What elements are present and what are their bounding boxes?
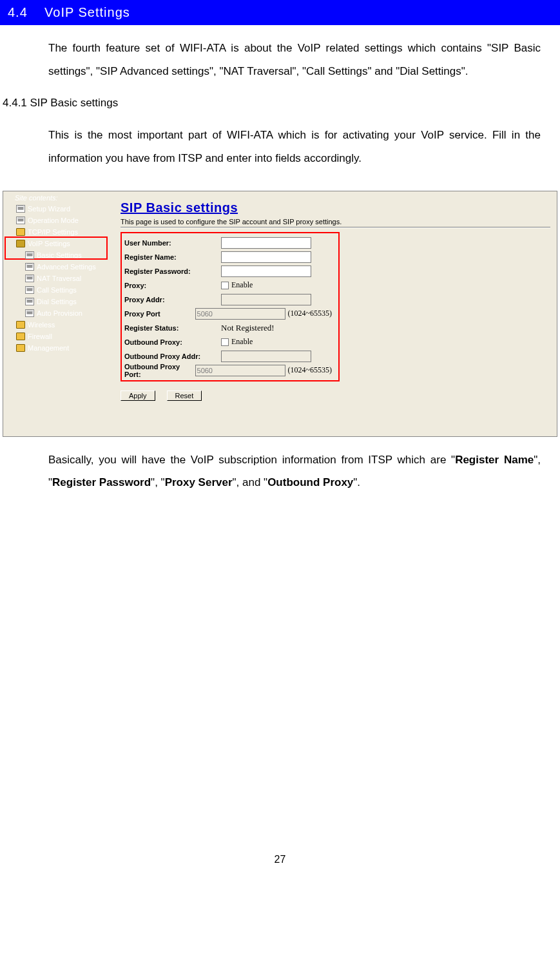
tree-item-label: NAT Traversal — [37, 273, 81, 284]
tree-item[interactable]: Advanced Settings — [25, 261, 111, 273]
paragraph-1: The fourth feature set of WIFI-ATA is ab… — [0, 25, 560, 94]
folder-icon — [16, 333, 25, 340]
form-row: Outbound Proxy:Enable — [124, 335, 332, 349]
folder-icon — [16, 240, 25, 247]
text-input[interactable] — [221, 265, 311, 277]
folder-icon — [16, 321, 25, 329]
button-row: Apply Reset — [121, 391, 550, 401]
tree-item-label: Wireless — [28, 319, 55, 331]
checkbox[interactable] — [221, 282, 229, 289]
sip-desc: This page is used to configure the SIP a… — [121, 218, 550, 226]
tree-item-label: Setup Wizard — [28, 203, 70, 215]
paragraph-2: This is the most important part of WIFI-… — [0, 112, 560, 181]
tree-item[interactable]: Basic Settings — [25, 249, 111, 261]
tree-item[interactable]: Call Settings — [25, 284, 111, 296]
nav-tree: Site contents: Setup WizardOperation Mod… — [3, 191, 111, 436]
form-row: Proxy:Enable — [124, 278, 332, 293]
folder-icon — [16, 344, 25, 352]
bold-outbound-proxy: Outbound Proxy — [267, 476, 353, 488]
range-text: (1024~65535) — [288, 309, 332, 318]
form-label: Proxy Port — [124, 310, 195, 318]
form-row: User Number: — [124, 236, 332, 250]
tree-item-label: TCP/IP Settings — [28, 226, 78, 238]
form-row: Register Password: — [124, 264, 332, 278]
bold-register-password: Register Password — [52, 476, 151, 488]
status-text: Not Registered! — [221, 323, 275, 333]
text-input — [221, 294, 311, 305]
form-label: User Number: — [124, 239, 221, 247]
section-number: 4.4 — [8, 5, 28, 19]
form-row: Register Name: — [124, 250, 332, 264]
subsection-heading: 4.4.1 SIP Basic settings — [0, 94, 560, 112]
text-input[interactable] — [221, 237, 311, 249]
tree-item-label: VoIP Settings — [28, 238, 70, 249]
bold-register-name: Register Name — [455, 454, 534, 466]
tree-item-label: Operation Mode — [28, 215, 79, 226]
divider — [121, 227, 550, 228]
tree-item-label: Firewall — [28, 331, 52, 342]
tree-item[interactable]: Auto Provision — [25, 307, 111, 319]
page-icon — [25, 275, 34, 282]
form-label: Register Password: — [124, 267, 221, 275]
tree-item[interactable]: Dial Settings — [25, 296, 111, 307]
p3-pre: Basically, you will have the VoIP subscr… — [48, 454, 455, 466]
page-number: 27 — [0, 506, 560, 877]
tree-item-label: Management — [28, 342, 69, 354]
reset-button[interactable]: Reset — [167, 391, 202, 401]
tree-item-label: Call Settings — [37, 284, 77, 296]
form-row: Outbound Proxy Port:(1024~65535) — [124, 363, 332, 378]
form-row: Outbound Proxy Addr: — [124, 349, 332, 363]
paragraph-3: Basically, you will have the VoIP subscr… — [0, 437, 560, 506]
page-icon — [16, 217, 25, 224]
form-label: Proxy: — [124, 282, 221, 289]
folder-icon — [16, 228, 25, 236]
tree-title: Site contents: — [7, 194, 111, 202]
page-icon — [25, 286, 34, 294]
form-label: Outbound Proxy Addr: — [124, 352, 221, 360]
form-row: Proxy Addr: — [124, 293, 332, 307]
tree-item[interactable]: Management — [16, 342, 111, 354]
tree-item-label: Dial Settings — [37, 296, 77, 307]
text-input — [195, 365, 285, 376]
sip-title: SIP Basic settings — [121, 200, 550, 215]
form-label: Proxy Addr: — [124, 296, 221, 304]
p3-post: ". — [353, 476, 360, 488]
checkbox-label: Enable — [231, 280, 253, 290]
page-icon — [16, 205, 25, 213]
text-input[interactable] — [221, 251, 311, 263]
form-row: Register Status:Not Registered! — [124, 321, 332, 335]
config-screenshot: Site contents: Setup WizardOperation Mod… — [3, 191, 557, 437]
tree-item[interactable]: Operation Mode — [16, 215, 111, 226]
tree-item[interactable]: Wireless — [16, 319, 111, 331]
tree-item-label: Basic Settings — [37, 249, 82, 261]
text-input — [221, 351, 311, 362]
p3-mid3: ", and " — [233, 476, 268, 488]
page-icon — [25, 263, 34, 271]
tree-item-label: Advanced Settings — [37, 261, 96, 273]
tree-item[interactable]: NAT Traversal — [25, 273, 111, 284]
p3-mid2: ", " — [151, 476, 165, 488]
page-icon — [25, 309, 34, 317]
page-icon — [25, 298, 34, 305]
range-text: (1024~65535) — [288, 365, 332, 375]
form-label: Outbound Proxy Port: — [124, 363, 195, 378]
section-title: VoIP Settings — [44, 5, 130, 19]
bold-proxy-server: Proxy Server — [165, 476, 233, 488]
form-label: Outbound Proxy: — [124, 338, 221, 346]
page-icon — [25, 251, 34, 259]
tree-item[interactable]: Setup Wizard — [16, 203, 111, 215]
tree-item[interactable]: TCP/IP Settings — [16, 226, 111, 238]
tree-item-label: Auto Provision — [37, 307, 82, 319]
checkbox[interactable] — [221, 338, 229, 346]
form-row: Proxy Port(1024~65535) — [124, 307, 332, 321]
form-highlight-box: User Number:Register Name:Register Passw… — [121, 232, 340, 381]
content-pane: SIP Basic settings This page is used to … — [111, 191, 557, 436]
tree-item[interactable]: Firewall — [16, 331, 111, 342]
tree-item[interactable]: VoIP Settings — [16, 238, 111, 249]
checkbox-label: Enable — [231, 337, 253, 347]
section-header: 4.4 VoIP Settings — [0, 0, 560, 25]
form-label: Register Name: — [124, 253, 221, 261]
apply-button[interactable]: Apply — [121, 391, 155, 401]
form-label: Register Status: — [124, 324, 221, 332]
text-input — [195, 308, 285, 320]
